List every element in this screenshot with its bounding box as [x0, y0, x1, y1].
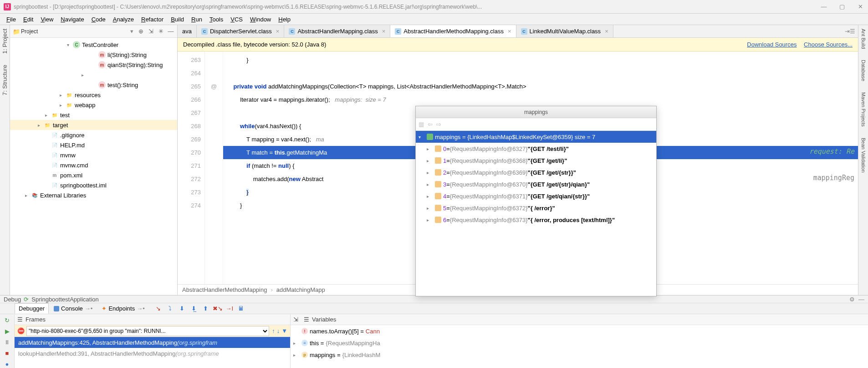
next-frame-icon[interactable]: ↓ — [277, 327, 280, 334]
thread-selector[interactable]: "http-nio-8080-exec-6"@5,650 in group "m… — [26, 326, 269, 336]
variables-list[interactable]: !names.toArray()[5] = Cann▸≡this = {Requ… — [291, 325, 868, 361]
popup-tree[interactable]: ▾mappings = {LinkedHashMap$LinkedKeySet@… — [416, 131, 656, 296]
editor-tab[interactable]: CLinkedMultiValueMap.class× — [516, 25, 613, 37]
tree-node[interactable]: mqianStr(String):String — [10, 60, 177, 70]
stack-frame[interactable]: lookupHandlerMethod:391, AbstractHandler… — [15, 348, 290, 359]
run-to-cursor-icon[interactable]: →I — [225, 305, 234, 313]
debugger-tab[interactable]: Debugger — [15, 303, 49, 314]
popup-tool-icon[interactable]: ▥ — [419, 121, 424, 128]
step-into-icon[interactable]: ⬇ — [178, 305, 186, 313]
popup-item-row[interactable]: ▸2 = {RequestMappingInfo@6369} "{GET /ge… — [416, 166, 656, 178]
maximize-button[interactable]: ▢ — [838, 3, 846, 11]
popup-item-row[interactable]: ▸4 = {RequestMappingInfo@6371} "{GET /ge… — [416, 190, 656, 202]
popup-item-row[interactable]: ▸6 = {RequestMappingInfo@6373} "{ /error… — [416, 214, 656, 226]
tree-node[interactable]: 📄HELP.md — [10, 140, 177, 150]
menu-vcs[interactable]: VCS — [228, 15, 245, 24]
menu-window[interactable]: Window — [247, 15, 274, 24]
back-icon[interactable]: ⇦ — [428, 121, 433, 128]
stack-frame[interactable]: addMatchingMappings:425, AbstractHandler… — [15, 337, 290, 348]
force-step-into-icon[interactable]: ⬇̲ — [190, 305, 198, 313]
project-view-selector[interactable]: Project — [21, 28, 130, 35]
step-out-icon[interactable]: ⬆ — [202, 305, 210, 313]
popup-item-row[interactable]: ▸3 = {RequestMappingInfo@6370} "{GET /ge… — [416, 178, 656, 190]
popup-root-row[interactable]: ▾mappings = {LinkedHashMap$LinkedKeySet@… — [416, 131, 656, 143]
menu-analyze[interactable]: Analyze — [110, 15, 137, 24]
close-button[interactable]: ✕ — [856, 3, 864, 11]
popup-item-row[interactable]: ▸1 = {RequestMappingInfo@6368} "{GET /ge… — [416, 155, 656, 166]
editor-tab[interactable]: ava — [178, 25, 197, 37]
filter-icon[interactable]: ▼ — [281, 327, 287, 334]
menu-tools[interactable]: Tools — [207, 15, 226, 24]
tree-node[interactable]: ▾CTestController — [10, 40, 177, 50]
menu-build[interactable]: Build — [168, 15, 187, 24]
step-over-icon[interactable]: ⤵ — [166, 305, 174, 313]
menu-help[interactable]: Help — [276, 15, 293, 24]
close-icon[interactable]: × — [382, 28, 386, 35]
evaluate-icon[interactable]: 🖩 — [237, 305, 245, 313]
tree-node[interactable]: 📄mvnw — [10, 150, 177, 160]
ant-build-tab[interactable]: Ant Build — [861, 29, 866, 49]
tree-node[interactable]: ▸📁test — [10, 110, 177, 120]
choose-sources-link[interactable]: Choose Sources... — [804, 41, 853, 48]
drop-frame-icon[interactable]: ✖↘ — [214, 305, 222, 313]
gear-icon[interactable]: ⚙ — [849, 296, 855, 303]
popup-item-row[interactable]: ▸0 = {RequestMappingInfo@6327} "{GET /te… — [416, 143, 656, 155]
project-tree[interactable]: ▾CTestControllermli(String):StringmqianS… — [10, 38, 177, 295]
tree-node[interactable]: ▸📁target — [10, 120, 177, 130]
stop-icon[interactable]: ■ — [3, 349, 11, 357]
structure-tool-tab[interactable]: 7: Structure — [1, 65, 8, 95]
database-tab[interactable]: Database — [861, 60, 866, 81]
menu-edit[interactable]: Edit — [20, 15, 36, 24]
locate-icon[interactable]: ⊕ — [137, 28, 144, 35]
tree-node[interactable]: 📄mvnw.cmd — [10, 160, 177, 170]
minimize-button[interactable]: — — [820, 3, 828, 11]
menu-refactor[interactable]: Refactor — [138, 15, 166, 24]
tree-node[interactable]: mpom.xml — [10, 170, 177, 180]
view-breakpoints-icon[interactable]: ● — [3, 360, 11, 368]
close-icon[interactable]: × — [605, 28, 608, 35]
vars-tool-icon[interactable]: ⇲ — [293, 316, 298, 323]
tree-node[interactable]: mli(String):String — [10, 50, 177, 60]
dropdown-icon[interactable]: ▾ — [130, 28, 133, 35]
bean-validation-tab[interactable]: Bean Validation — [861, 138, 866, 172]
settings-icon[interactable]: ✳ — [157, 28, 164, 35]
menu-view[interactable]: View — [38, 15, 56, 24]
close-icon[interactable]: × — [276, 28, 280, 35]
hide-icon[interactable]: — — [167, 28, 174, 35]
menu-file[interactable]: File — [4, 15, 19, 24]
pause-icon[interactable]: ⏸ — [3, 338, 11, 346]
step-icon[interactable]: ↘ — [154, 305, 163, 313]
maven-tab[interactable]: Maven Projects — [861, 92, 866, 127]
tree-node[interactable]: mtest():String — [10, 80, 177, 90]
tree-node[interactable]: ▸📁webapp — [10, 100, 177, 110]
project-tool-tab[interactable]: 1: Project — [1, 29, 8, 54]
endpoints-tab[interactable]: ✦Endpoints→• — [97, 303, 148, 314]
variable-row[interactable]: ▸pmappings = {LinkedHashM — [291, 349, 868, 361]
variable-row[interactable]: !names.toArray()[5] = Cann — [291, 325, 868, 337]
popup-item-row[interactable]: ▸5 = {RequestMappingInfo@6372} "{ /error… — [416, 202, 656, 214]
editor-tab[interactable]: CAbstractHandlerMethodMapping.class× — [390, 25, 516, 37]
run-config-name[interactable]: SpringboottestApplication — [31, 296, 98, 303]
menu-run[interactable]: Run — [189, 15, 205, 24]
tree-node[interactable]: ▸ — [10, 70, 177, 80]
download-sources-link[interactable]: Download Sources — [747, 41, 797, 48]
resume-icon[interactable]: ▶ — [3, 327, 11, 335]
tabs-more-icon[interactable]: ⇥☰ — [842, 28, 858, 35]
menu-code[interactable]: Code — [89, 15, 108, 24]
editor-tab[interactable]: CDispatcherServlet.class× — [197, 25, 284, 37]
hide-icon[interactable]: — — [858, 296, 864, 303]
menu-navigate[interactable]: Navigate — [58, 15, 87, 24]
frames-list[interactable]: addMatchingMappings:425, AbstractHandler… — [15, 337, 290, 359]
collapse-icon[interactable]: ⇲ — [147, 28, 154, 35]
tree-node[interactable]: 📄springboottest.iml — [10, 180, 177, 190]
evaluate-popup[interactable]: mappings ▥ ⇦ ⇨ ▾mappings = {LinkedHashMa… — [415, 106, 657, 296]
tree-node[interactable]: ▸📁resources — [10, 90, 177, 100]
breadcrumb-item[interactable]: AbstractHandlerMethodMapping — [182, 286, 267, 293]
variable-row[interactable]: ▸≡this = {RequestMappingHa — [291, 337, 868, 349]
forward-icon[interactable]: ⇨ — [436, 121, 441, 128]
editor-tab[interactable]: CAbstractHandlerMapping.class× — [284, 25, 390, 37]
close-icon[interactable]: × — [508, 28, 511, 35]
tree-node[interactable]: ▸📚External Libraries — [10, 190, 177, 200]
prev-frame-icon[interactable]: ↑ — [272, 327, 275, 334]
tree-node[interactable]: 📄.gitignore — [10, 130, 177, 140]
